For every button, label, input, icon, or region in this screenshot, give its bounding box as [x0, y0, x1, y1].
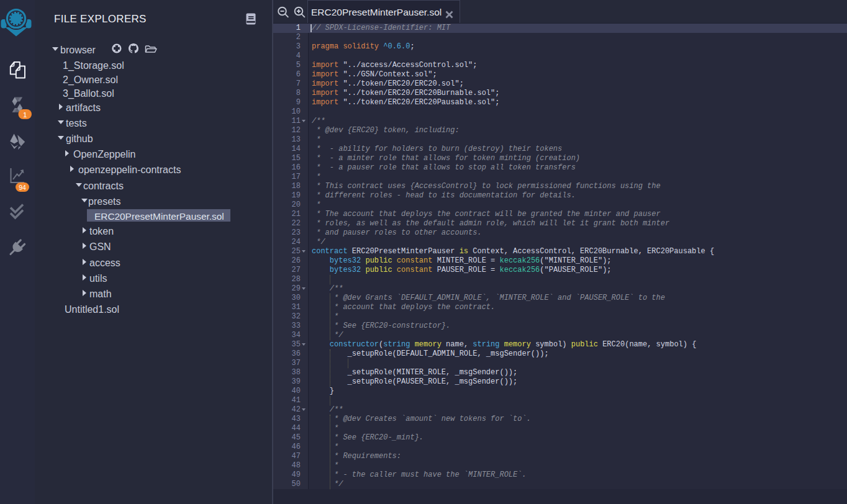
svg-text:94: 94 — [19, 184, 26, 191]
svg-text:1: 1 — [23, 111, 27, 119]
